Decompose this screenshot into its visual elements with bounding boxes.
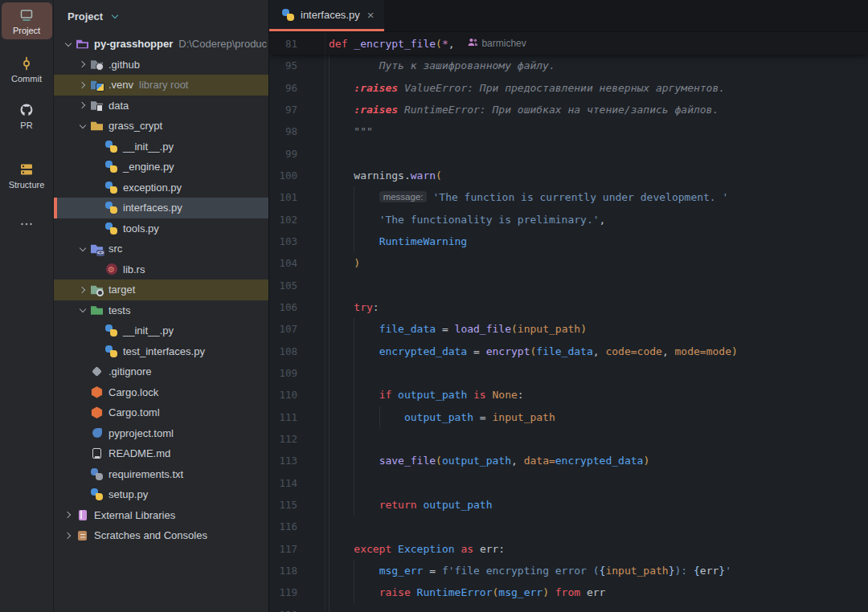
tab-interfaces-py[interactable]: interfaces.py × bbox=[269, 0, 384, 31]
toolbar-item-structure[interactable]: Structure bbox=[2, 157, 52, 194]
sticky-code-line[interactable]: 81def _encrypt_file(*, barmichev bbox=[269, 32, 868, 55]
chevron-down-icon[interactable] bbox=[108, 10, 121, 22]
code-line[interactable]: 115 return output_path bbox=[269, 494, 868, 516]
line-number[interactable]: 105 bbox=[269, 274, 326, 296]
line-number[interactable]: 98 bbox=[269, 120, 326, 142]
code-editor[interactable]: 81def _encrypt_file(*, barmichev95 Путь … bbox=[269, 32, 868, 612]
tree-row-exception-py[interactable]: exception.py bbox=[54, 177, 268, 198]
code-line[interactable]: 110 if output_path is None: bbox=[269, 384, 868, 406]
tree-row-lib-rs[interactable]: lib.rs bbox=[54, 259, 268, 280]
code-author-inlay[interactable]: barmichev bbox=[468, 38, 526, 49]
code-line[interactable]: 117 except Exception as err: bbox=[269, 538, 868, 560]
code-line[interactable]: 97 :raises RuntimeError: При ошибках на … bbox=[269, 99, 868, 120]
tree-row--venv[interactable]: .venvlibrary root bbox=[54, 75, 268, 96]
code-text[interactable]: RuntimeWarning bbox=[326, 235, 868, 247]
tree-row-cargo-toml[interactable]: Cargo.toml bbox=[54, 402, 268, 423]
line-number[interactable]: 111 bbox=[269, 406, 326, 428]
code-text[interactable]: encrypted_data = encrypt(file_data, code… bbox=[326, 345, 868, 357]
code-line[interactable]: 107 file_data = load_file(input_path) bbox=[269, 318, 868, 340]
tree-row-setup-py[interactable]: setup.py bbox=[54, 484, 268, 505]
chevron-right-icon[interactable] bbox=[76, 79, 88, 91]
line-number[interactable]: 112 bbox=[269, 428, 326, 450]
line-number[interactable]: 95 bbox=[269, 55, 326, 76]
tree-row-pyproject-toml[interactable]: pyproject.toml bbox=[54, 423, 268, 444]
close-icon[interactable]: × bbox=[367, 9, 375, 21]
toolbar-item-pr[interactable]: PR bbox=[2, 97, 52, 134]
chevron-right-icon[interactable] bbox=[76, 59, 88, 71]
code-text[interactable]: except Exception as err: bbox=[326, 543, 868, 555]
code-line[interactable]: 101 message:'The function is currently u… bbox=[269, 186, 868, 208]
tree-row-scratches-and-consoles[interactable]: Scratches and Consoles bbox=[54, 525, 268, 546]
line-number[interactable]: 106 bbox=[269, 296, 326, 318]
line-number[interactable]: 120 bbox=[269, 604, 326, 612]
toolbar-item-commit[interactable]: Commit bbox=[2, 51, 52, 88]
tree-row--gitignore[interactable]: .gitignore bbox=[54, 361, 268, 382]
code-line[interactable]: 112 bbox=[269, 428, 868, 450]
line-number[interactable]: 97 bbox=[269, 99, 326, 120]
line-number[interactable]: 100 bbox=[269, 165, 326, 186]
code-line[interactable]: 111 output_path = input_path bbox=[269, 406, 868, 428]
code-line[interactable]: 114 bbox=[269, 472, 868, 494]
code-line[interactable]: 95 Путь к зашифрованному файлу. bbox=[269, 55, 868, 76]
code-line[interactable]: 100 warnings.warn( bbox=[269, 165, 868, 186]
code-line[interactable]: 108 encrypted_data = encrypt(file_data, … bbox=[269, 340, 868, 361]
code-line[interactable]: 119 raise RuntimeError(msg_err) from err bbox=[269, 581, 868, 603]
line-number[interactable]: 81 bbox=[269, 32, 326, 55]
line-number[interactable]: 119 bbox=[269, 581, 326, 603]
code-line[interactable]: 103 RuntimeWarning bbox=[269, 231, 868, 252]
code-text[interactable]: warnings.warn( bbox=[326, 169, 868, 182]
code-text[interactable]: def _encrypt_file(*, barmichev bbox=[326, 38, 868, 50]
chevron-down-icon[interactable] bbox=[76, 304, 88, 316]
tree-row-target[interactable]: target bbox=[54, 279, 268, 300]
code-text[interactable]: message:'The function is currently under… bbox=[326, 191, 868, 203]
line-number[interactable]: 115 bbox=[269, 494, 326, 516]
line-number[interactable]: 116 bbox=[269, 516, 326, 537]
chevron-right-icon[interactable] bbox=[62, 509, 74, 521]
code-text[interactable]: :raises RuntimeError: При ошибках на чте… bbox=[326, 104, 868, 116]
code-text[interactable]: :raises ValueError: При предоставлении н… bbox=[326, 82, 868, 94]
code-text[interactable]: save_file(output_path, data=encrypted_da… bbox=[326, 455, 868, 467]
line-number[interactable]: 110 bbox=[269, 384, 326, 406]
chevron-right-icon[interactable] bbox=[62, 529, 74, 541]
line-number[interactable]: 102 bbox=[269, 208, 326, 230]
line-number[interactable]: 117 bbox=[269, 538, 326, 560]
code-line[interactable]: 104 ) bbox=[269, 252, 868, 274]
project-panel-header[interactable]: Project bbox=[54, 0, 268, 32]
code-text[interactable]: 'The functionality is preliminary.', bbox=[326, 214, 868, 226]
line-number[interactable]: 104 bbox=[269, 252, 326, 274]
tree-row-data[interactable]: data bbox=[54, 96, 268, 116]
code-line[interactable]: 106 try: bbox=[269, 296, 868, 318]
tree-row--github[interactable]: .github bbox=[54, 55, 268, 75]
code-line[interactable]: 120 bbox=[269, 604, 868, 612]
code-line[interactable]: 109 bbox=[269, 362, 868, 384]
code-text[interactable]: if output_path is None: bbox=[326, 389, 868, 401]
chevron-down-icon[interactable] bbox=[76, 120, 88, 132]
code-line[interactable]: 105 bbox=[269, 274, 868, 296]
tree-row-py-grasshopper[interactable]: py-grasshopperD:\Coderep\produc bbox=[54, 34, 268, 55]
line-number[interactable]: 101 bbox=[269, 186, 326, 208]
code-text[interactable]: output_path = input_path bbox=[326, 411, 868, 423]
chevron-down-icon[interactable] bbox=[62, 38, 74, 50]
line-number[interactable]: 103 bbox=[269, 231, 326, 252]
tree-row--engine-py[interactable]: _engine.py bbox=[54, 157, 268, 177]
code-line[interactable]: 102 'The functionality is preliminary.', bbox=[269, 208, 868, 230]
tree-row-external-libraries[interactable]: External Libraries bbox=[54, 505, 268, 526]
chevron-down-icon[interactable] bbox=[76, 243, 88, 255]
tree-row-interfaces-py[interactable]: interfaces.py bbox=[54, 198, 268, 218]
code-text[interactable]: msg_err = f'file encrypting error ({inpu… bbox=[326, 565, 868, 577]
code-text[interactable]: raise RuntimeError(msg_err) from err bbox=[326, 586, 868, 598]
line-number[interactable]: 113 bbox=[269, 450, 326, 471]
tree-row-tools-py[interactable]: tools.py bbox=[54, 218, 268, 239]
code-line[interactable]: 113 save_file(output_path, data=encrypte… bbox=[269, 450, 868, 471]
code-text[interactable]: file_data = load_file(input_path) bbox=[326, 323, 868, 335]
line-number[interactable]: 108 bbox=[269, 340, 326, 361]
tree-row-test-interfaces-py[interactable]: test_interfaces.py bbox=[54, 341, 268, 362]
tree-row-tests[interactable]: tests bbox=[54, 300, 268, 321]
tree-row-grass-crypt[interactable]: grass_crypt bbox=[54, 116, 268, 137]
tree-row--init-py[interactable]: __init__.py bbox=[54, 137, 268, 157]
code-line[interactable]: 98 """ bbox=[269, 120, 868, 142]
tree-row--init-py[interactable]: __init__.py bbox=[54, 320, 268, 341]
code-line[interactable]: 118 msg_err = f'file encrypting error ({… bbox=[269, 560, 868, 581]
tree-row-src[interactable]: src bbox=[54, 239, 268, 259]
line-number[interactable]: 114 bbox=[269, 472, 326, 494]
